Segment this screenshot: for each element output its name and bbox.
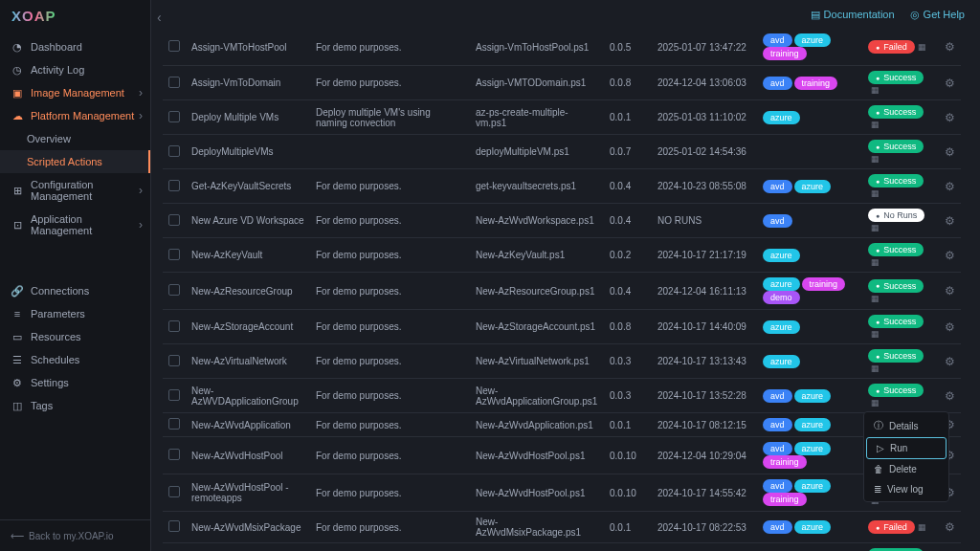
row-checkbox[interactable]	[168, 520, 180, 532]
nav-icon: ≡	[11, 308, 23, 320]
ctx-label: Details	[889, 421, 919, 431]
table-row[interactable]: New-AzWvdApplicationFor demo purposes.Ne…	[163, 413, 961, 437]
desc-cell: For demo purposes.	[310, 169, 470, 204]
row-checkbox[interactable]	[168, 320, 180, 332]
tags-cell: avdazuretraining	[757, 29, 862, 66]
row-actions-icon[interactable]: ⚙	[945, 180, 955, 193]
row-actions-icon[interactable]: ⚙	[945, 111, 955, 124]
file-cell: deployMultipleVM.ps1	[470, 135, 604, 169]
table-row[interactable]: New-AzWvdHostPoolFor demo purposes.New-A…	[163, 437, 961, 474]
status-badge: No Runs	[868, 209, 924, 222]
row-checkbox[interactable]	[168, 389, 180, 401]
table-row[interactable]: New-AzVirtualNetworkFor demo purposes.Ne…	[163, 344, 961, 379]
log-icon[interactable]: ▦	[871, 154, 880, 164]
row-actions-icon[interactable]: ⚙	[945, 40, 955, 54]
nav-item-settings[interactable]: ⚙Settings	[0, 371, 150, 394]
row-checkbox[interactable]	[168, 180, 180, 191]
nav-item-application-management[interactable]: ⊡Application Management	[0, 208, 150, 242]
log-icon[interactable]: ▦	[871, 364, 880, 373]
nav-item-image-management[interactable]: ▣Image Management	[0, 81, 150, 104]
row-checkbox[interactable]	[168, 284, 180, 296]
row-checkbox[interactable]	[168, 486, 180, 497]
row-actions-icon[interactable]: ⚙	[945, 214, 955, 228]
row-checkbox[interactable]	[168, 40, 180, 52]
ctx-details[interactable]: ⓘDetails	[864, 414, 948, 437]
row-checkbox[interactable]	[168, 449, 180, 460]
table-row[interactable]: New-AzStorageAccountFor demo purposes.Ne…	[163, 310, 961, 344]
tags-cell: azure	[757, 100, 862, 135]
row-checkbox[interactable]	[168, 145, 180, 157]
row-actions-icon[interactable]: ⚙	[945, 320, 955, 334]
desc-cell: For demo purposes.	[310, 437, 470, 474]
nav-label: Parameters	[31, 308, 85, 320]
nav-item-configuration-management[interactable]: ⊞Configuration Management	[0, 173, 150, 208]
row-checkbox[interactable]	[168, 111, 180, 122]
log-icon[interactable]: ▦	[871, 329, 880, 339]
status-badge: Success	[868, 279, 924, 293]
log-icon[interactable]: ▦	[871, 85, 880, 95]
ctx-delete[interactable]: 🗑Delete	[864, 459, 948, 479]
collapse-sidebar-icon[interactable]: ‹	[157, 10, 162, 25]
help-link[interactable]: ◎Get Help	[910, 9, 965, 21]
row-actions-icon[interactable]: ⚙	[945, 145, 955, 159]
nav-item-dashboard[interactable]: ◔Dashboard	[0, 35, 150, 58]
documentation-link[interactable]: ▤Documentation	[811, 9, 895, 21]
row-actions-icon[interactable]: ⚙	[945, 389, 955, 403]
ctx-label: Delete	[889, 464, 917, 474]
nav-item-platform-management[interactable]: ☁Platform Management	[0, 104, 150, 127]
status-cell: No Runs▦	[862, 204, 939, 238]
row-actions-icon[interactable]: ⚙	[945, 355, 955, 368]
row-actions-icon[interactable]: ⚙	[945, 77, 955, 90]
row-checkbox[interactable]	[168, 214, 180, 226]
table-row[interactable]: New-AzWvdHostPool - remoteappsFor demo p…	[163, 474, 961, 512]
table-row[interactable]: New-AzWvdRegistrationFor demo purposes.N…	[163, 543, 961, 552]
nav-label: Settings	[31, 377, 69, 388]
log-icon[interactable]: ▦	[871, 257, 880, 267]
logo[interactable]: XOAP	[0, 0, 150, 32]
row-checkbox[interactable]	[168, 355, 180, 366]
log-icon[interactable]: ▦	[871, 294, 880, 303]
log-icon[interactable]: ▦	[871, 120, 880, 129]
row-actions-icon[interactable]: ⚙	[945, 249, 955, 262]
back-link[interactable]: ⟵ Back to my.XOAP.io	[0, 519, 150, 551]
table-row[interactable]: DeployMultipleVMsdeployMultipleVM.ps10.0…	[163, 135, 961, 169]
nav-item-resources[interactable]: ▭Resources	[0, 325, 150, 348]
ctx-icon: ⓘ	[874, 419, 883, 432]
nav-icon: ▭	[11, 331, 23, 342]
log-icon[interactable]: ▦	[918, 42, 926, 52]
log-icon[interactable]: ▦	[871, 188, 880, 198]
table-row[interactable]: Get-AzKeyVaultSecretsFor demo purposes.g…	[163, 169, 961, 204]
tags-cell: azuretrainingdemo	[757, 273, 862, 310]
tag-azure: azure	[794, 418, 832, 431]
version-cell: 0.0.2	[604, 238, 652, 273]
nav-item-activity-log[interactable]: ◷Activity Log	[0, 58, 150, 81]
nav-item-schedules[interactable]: ☰Schedules	[0, 348, 150, 371]
log-icon[interactable]: ▦	[871, 398, 880, 408]
row-checkbox[interactable]	[168, 249, 180, 260]
nav-item-overview[interactable]: Overview	[0, 127, 150, 150]
ctx-view-log[interactable]: ≣View log	[864, 479, 948, 499]
table-row[interactable]: New-AzResourceGroupFor demo purposes.New…	[163, 273, 961, 310]
table-row[interactable]: Deploy Multiple VMsDeploy multiple VM's …	[163, 100, 961, 135]
nav-item-connections[interactable]: 🔗Connections	[0, 279, 150, 302]
ctx-run[interactable]: ▷Run	[866, 437, 947, 459]
help-icon: ◎	[910, 9, 920, 21]
row-checkbox[interactable]	[168, 77, 180, 88]
table-row[interactable]: Assign-VmToDomainFor demo purposes.Assig…	[163, 66, 961, 100]
tag-avd: avd	[763, 214, 792, 228]
table-row[interactable]: New-AzWvdMsixPackageFor demo purposes.Ne…	[163, 512, 961, 543]
row-actions-icon[interactable]: ⚙	[945, 520, 955, 534]
nav-item-parameters[interactable]: ≡Parameters	[0, 302, 150, 325]
row-actions-icon[interactable]: ⚙	[945, 284, 955, 298]
table-row[interactable]: New Azure VD WorkspaceFor demo purposes.…	[163, 204, 961, 238]
version-cell: 0.0.3	[604, 543, 652, 552]
nav-item-tags[interactable]: ◫Tags	[0, 394, 150, 417]
table-row[interactable]: Assign-VMToHostPoolFor demo purposes.Ass…	[163, 29, 961, 66]
nav-item-scripted-actions[interactable]: Scripted Actions	[0, 150, 150, 173]
ctx-icon: ▷	[877, 443, 884, 453]
log-icon[interactable]: ▦	[871, 223, 880, 232]
row-checkbox[interactable]	[168, 418, 180, 430]
table-row[interactable]: New-AzKeyVaultFor demo purposes.New-AzKe…	[163, 238, 961, 273]
log-icon[interactable]: ▦	[918, 522, 926, 532]
table-row[interactable]: New-AzWVDApplicationGroupFor demo purpos…	[163, 379, 961, 413]
